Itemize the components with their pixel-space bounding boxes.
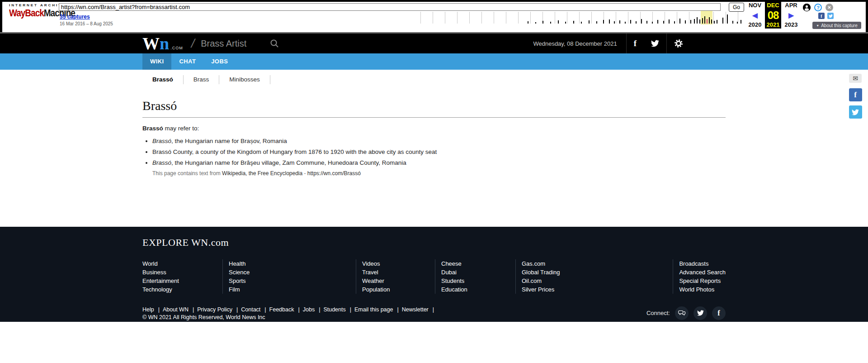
article-intro: Brassó may refer to:: [142, 125, 726, 132]
footer-column: CheeseDubaiStudentsEducation: [435, 259, 515, 294]
footer-link[interactable]: Population: [362, 285, 435, 294]
breadcrumb-separator: /: [189, 37, 196, 51]
footer-link[interactable]: Technology: [142, 285, 222, 294]
footer-link[interactable]: Students: [441, 277, 515, 285]
footer-column: VideosTravelWeatherPopulation: [356, 259, 435, 294]
account-icon[interactable]: [803, 4, 811, 11]
help-icon[interactable]: ?: [814, 4, 822, 11]
footer-link[interactable]: Film: [229, 285, 356, 294]
footer-link[interactable]: Silver Prices: [522, 285, 673, 294]
prev-month-label[interactable]: NOV: [745, 2, 765, 9]
main-content: BrassóBrassMinibosses Brassó Brassó may …: [0, 70, 868, 227]
page-title: Brass Artist: [201, 38, 246, 49]
current-month-label[interactable]: DEC: [765, 2, 781, 9]
footer-link[interactable]: Videos: [362, 259, 435, 268]
footer-link[interactable]: World Photos: [679, 285, 726, 294]
main-nav: WIKICHATJOBS: [0, 53, 868, 70]
footer-link[interactable]: Broadcasts: [679, 259, 726, 268]
calendar-current-column: DEC 08 2021: [765, 2, 781, 29]
nav-item[interactable]: CHAT: [171, 53, 203, 70]
footer-legal-link[interactable]: Help: [142, 306, 163, 313]
prev-year-label[interactable]: 2020: [745, 21, 765, 29]
connect-label: Connect:: [646, 310, 670, 316]
wn-logo[interactable]: Wn.COM: [142, 33, 183, 53]
footer-link[interactable]: Education: [441, 285, 515, 294]
next-year-label[interactable]: 2023: [781, 21, 801, 29]
captures-link[interactable]: 35 captures: [60, 14, 90, 20]
footer-legal-link[interactable]: Email this page: [354, 306, 402, 313]
tab[interactable]: Brass: [184, 75, 220, 84]
next-month-label[interactable]: APR: [781, 2, 801, 9]
twitter-icon[interactable]: [644, 33, 666, 53]
twitter-share-icon[interactable]: [849, 105, 862, 119]
nav-item[interactable]: JOBS: [203, 53, 236, 70]
footer-column: WorldBusinessEntertainmentTechnology: [142, 259, 222, 294]
footer: EXPLORE WN.com WorldBusinessEntertainmen…: [0, 227, 868, 322]
explore-title: EXPLORE WN.com: [142, 237, 726, 248]
capture-timeline[interactable]: [420, 12, 742, 24]
tab[interactable]: Minibosses: [219, 75, 270, 84]
prev-capture-arrow-icon[interactable]: ◀: [745, 9, 765, 21]
footer-link[interactable]: World: [142, 259, 222, 268]
footer-column: BroadcastsAdvanced SearchSpecial Reports…: [673, 259, 726, 294]
article-title: Brassó: [142, 99, 726, 113]
side-share-bar: ✉ f: [849, 74, 862, 119]
wayback-toolbar: INTERNET ARCHIVE WayBackMachine 35 captu…: [0, 0, 868, 33]
wikipedia-link[interactable]: Wikipedia, the Free Encyclopedia: [222, 170, 302, 177]
calendar-next-column: APR ▶ 2023: [781, 2, 801, 29]
calendar-prev-column: NOV ◀ 2020: [745, 2, 765, 29]
footer-link[interactable]: Special Reports: [679, 277, 726, 285]
current-day-label[interactable]: 08: [765, 9, 781, 21]
footer-link[interactable]: Cheese: [441, 259, 515, 268]
wayback-url-input[interactable]: [59, 3, 721, 11]
source-line: This page contains text from Wikipedia, …: [152, 170, 726, 177]
facebook-share-icon[interactable]: f: [849, 88, 862, 101]
footer-link[interactable]: Travel: [362, 268, 435, 277]
twitter-icon[interactable]: [693, 306, 707, 320]
current-year-label[interactable]: 2021: [765, 21, 781, 29]
footer-link[interactable]: Entertainment: [142, 277, 222, 285]
title-divider: [142, 117, 726, 118]
next-capture-arrow-icon[interactable]: ▶: [781, 9, 801, 21]
search-icon[interactable]: [270, 39, 279, 48]
wayback-twitter-icon[interactable]: [827, 13, 834, 19]
close-toolbar-icon[interactable]: ✕: [826, 4, 833, 11]
header-right: Wednesday, 08 December 2021 f: [533, 33, 690, 53]
footer-legal-link[interactable]: About WN: [163, 306, 197, 313]
facebook-icon[interactable]: f: [627, 33, 644, 53]
footer-link[interactable]: Oil.com: [522, 277, 673, 285]
facebook-icon[interactable]: f: [712, 306, 726, 320]
list-item: Brassó County, a county of the Kingdom o…: [152, 148, 726, 155]
footer-link[interactable]: Science: [229, 268, 356, 277]
footer-link[interactable]: Business: [142, 268, 222, 277]
email-share-icon[interactable]: ✉: [849, 74, 862, 83]
about-this-capture-button[interactable]: ▼ About this capture: [812, 22, 861, 29]
footer-legal-link[interactable]: Contact: [241, 306, 269, 313]
connect-block: Connect: f: [646, 306, 726, 320]
list-item: Brassó, the Hungarian name for Brăşeu vi…: [152, 159, 726, 166]
footer-link[interactable]: Gas.com: [522, 259, 673, 268]
footer-link[interactable]: Dubai: [441, 268, 515, 277]
footer-legal-link[interactable]: Jobs: [303, 306, 324, 313]
article: Brassó Brassó may refer to: Brassó, the …: [142, 99, 726, 177]
capture-date-range: 16 Mar 2016 – 8 Aug 2025: [60, 21, 113, 26]
wayback-facebook-icon[interactable]: f: [818, 13, 825, 19]
footer-link[interactable]: Advanced Search: [679, 268, 726, 277]
footer-legal-link[interactable]: Privacy Policy: [197, 306, 241, 313]
chat-icon[interactable]: [675, 306, 689, 320]
source-url-link[interactable]: https://wn.com/Brassó: [307, 170, 361, 177]
dropdown-arrow-icon: ▼: [816, 24, 819, 27]
footer-link[interactable]: Global Trading: [522, 268, 673, 277]
list-item: Brassó, the Hungarian name for Brașov, R…: [152, 138, 726, 144]
footer-legal-link[interactable]: Students: [323, 306, 354, 313]
nav-item[interactable]: WIKI: [142, 53, 171, 70]
footer-link[interactable]: Sports: [229, 277, 356, 285]
go-button[interactable]: Go: [729, 3, 744, 12]
footer-legal-link[interactable]: Feedback: [269, 306, 303, 313]
header-date: Wednesday, 08 December 2021: [533, 40, 626, 47]
footer-link[interactable]: Weather: [362, 277, 435, 285]
tab[interactable]: Brassó: [142, 75, 184, 84]
footer-legal-link[interactable]: Newsletter: [402, 306, 437, 313]
footer-link[interactable]: Health: [229, 259, 356, 268]
settings-gear-icon[interactable]: [667, 33, 690, 53]
